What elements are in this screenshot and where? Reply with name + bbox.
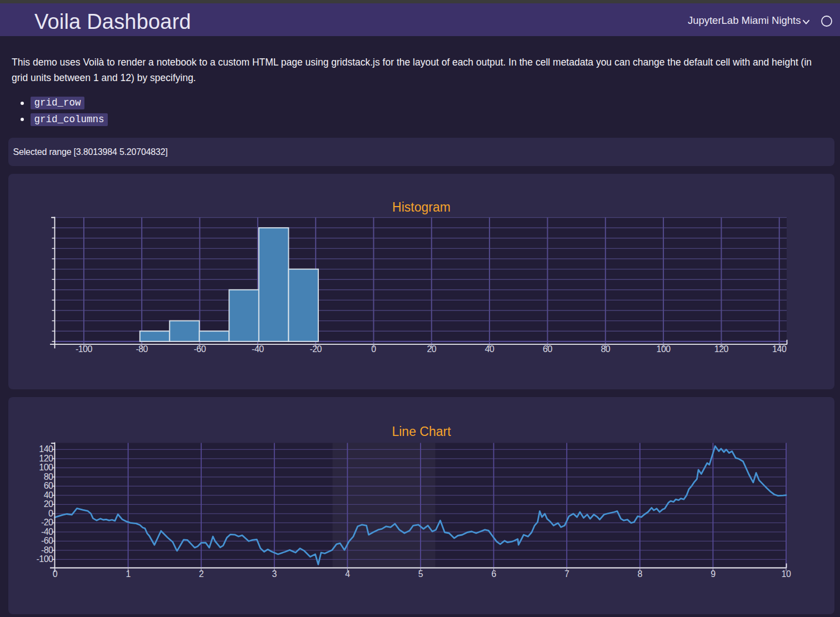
svg-text:0: 0 [53, 569, 58, 579]
svg-text:120: 120 [714, 344, 729, 354]
svg-text:20: 20 [44, 499, 53, 509]
svg-text:-80: -80 [136, 344, 148, 354]
svg-text:-100: -100 [36, 554, 53, 564]
svg-text:5: 5 [418, 569, 423, 579]
svg-text:8: 8 [638, 569, 643, 579]
svg-text:140: 140 [772, 344, 787, 354]
svg-text:-40: -40 [41, 526, 53, 536]
svg-text:140: 140 [39, 444, 53, 454]
svg-text:3: 3 [272, 569, 277, 579]
svg-text:10: 10 [782, 569, 791, 579]
svg-text:100: 100 [39, 463, 53, 472]
svg-text:-40: -40 [252, 344, 264, 354]
svg-text:60: 60 [543, 344, 552, 354]
svg-text:9: 9 [711, 569, 716, 579]
svg-text:-60: -60 [41, 536, 53, 545]
svg-text:1: 1 [126, 569, 131, 579]
svg-text:100: 100 [656, 344, 671, 354]
svg-text:7: 7 [564, 569, 569, 579]
svg-text:4: 4 [345, 569, 350, 579]
svg-text:-80: -80 [41, 545, 53, 554]
svg-text:-20: -20 [41, 518, 53, 527]
svg-text:60: 60 [44, 481, 53, 490]
svg-text:40: 40 [44, 490, 53, 499]
svg-text:-60: -60 [194, 344, 206, 354]
svg-text:0: 0 [48, 508, 53, 518]
svg-text:80: 80 [601, 344, 610, 354]
svg-text:40: 40 [485, 344, 494, 354]
svg-text:0: 0 [371, 344, 376, 354]
svg-text:80: 80 [44, 471, 53, 481]
svg-text:120: 120 [39, 453, 53, 463]
svg-text:20: 20 [427, 344, 436, 354]
svg-text:2: 2 [199, 569, 204, 579]
svg-text:-20: -20 [309, 344, 322, 354]
svg-text:-100: -100 [76, 344, 93, 354]
svg-text:6: 6 [491, 569, 496, 579]
